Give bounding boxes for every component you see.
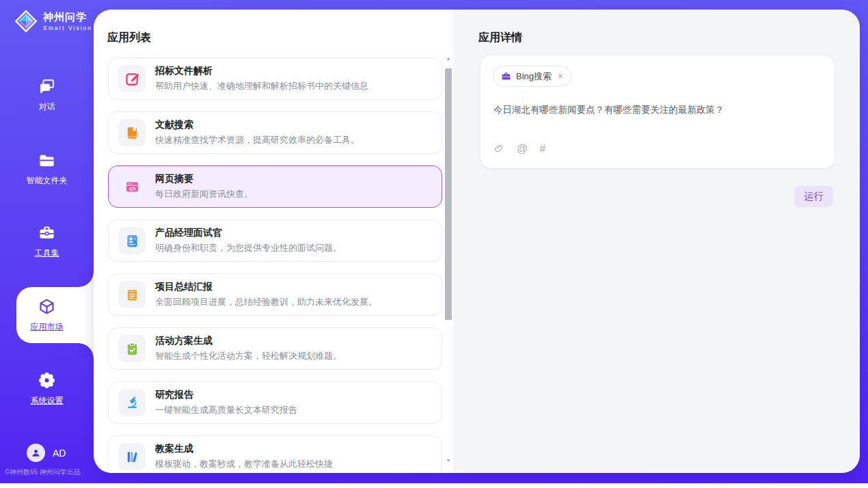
app-card-title: 招标文件解析 xyxy=(155,65,368,77)
books-icon xyxy=(118,443,146,470)
gear-icon xyxy=(38,371,56,390)
pen-square-icon xyxy=(118,65,146,92)
account-name: AD xyxy=(53,448,66,459)
tool-chip-label: Bing搜索 xyxy=(516,70,552,83)
sidebar-item-smart-folder[interactable]: 智能文件夹 xyxy=(0,151,94,187)
gem-logo-icon xyxy=(14,9,38,33)
app-card-title: 教案生成 xyxy=(155,443,333,455)
account-row[interactable]: AD xyxy=(27,444,66,462)
clipboard-check-icon xyxy=(118,335,146,362)
app-card-title: 产品经理面试官 xyxy=(155,227,342,239)
list-scrollbar[interactable]: ▲ ▼ xyxy=(444,55,452,465)
app-window: 神州问学 Smart Vision 对话 智能文件夹 xyxy=(0,0,868,483)
report-doc-icon xyxy=(118,281,146,308)
sidebar-item-settings[interactable]: 系统设置 xyxy=(0,371,94,407)
chip-close-icon[interactable]: × xyxy=(558,71,563,81)
app-card-lesson-plan[interactable]: 教案生成 模板驱动，教案秒成，教学准备从此轻松快捷 xyxy=(108,435,442,473)
app-card-description: 快速精准查找学术资源，提高研究效率的必备工具。 xyxy=(155,134,360,146)
brand-subtitle: Smart Vision xyxy=(43,25,92,31)
app-card-description: 一键智能生成高质量长文本研究报告 xyxy=(155,404,297,416)
tool-chip-bing-search[interactable]: Bing搜索 × xyxy=(493,66,571,87)
sidebar-item-label: 对话 xyxy=(0,101,94,113)
app-card-literature-search[interactable]: 文献搜索 快速精准查找学术资源，提高研究效率的必备工具。 xyxy=(108,111,442,154)
app-card-title: 项目总结汇报 xyxy=(155,281,377,293)
briefcase-icon xyxy=(501,71,511,81)
interviewer-icon xyxy=(118,227,146,254)
scroll-down-icon[interactable]: ▼ xyxy=(444,457,452,465)
app-card-title: 网页摘要 xyxy=(155,173,253,185)
brand-logo: 神州问学 Smart Vision xyxy=(14,9,92,33)
app-list-panel: 应用列表 招标文件解析 帮助用户快速、准确地理解和解析招标书中的关键信息 xyxy=(94,10,453,473)
composer-toolbar: @ # xyxy=(493,143,545,154)
sidebar-item-app-market[interactable]: 应用市场 xyxy=(0,297,94,333)
microscope-icon xyxy=(118,389,146,416)
brand-name: 神州问学 xyxy=(43,11,92,24)
app-card-list: 招标文件解析 帮助用户快速、准确地理解和解析招标书中的关键信息 文献搜索 xyxy=(108,57,442,473)
app-card-pm-interviewer[interactable]: 产品经理面试官 明确身份和职责，为您提供专业性的面试问题。 xyxy=(108,219,442,262)
query-text[interactable]: 今日湖北有哪些新闻要点？有哪些需要关注的最新政策？ xyxy=(493,103,821,117)
main-content: 应用列表 招标文件解析 帮助用户快速、准确地理解和解析招标书中的关键信息 xyxy=(94,10,860,473)
app-card-project-summary[interactable]: 项目总结汇报 全面回顾项目进展，总结经验教训，助力未来优化发展。 xyxy=(108,273,442,316)
app-card-description: 帮助用户快速、准确地理解和解析招标书中的关键信息 xyxy=(155,80,368,92)
book-icon xyxy=(118,119,146,146)
sidebar-item-chat[interactable]: 对话 xyxy=(0,77,94,113)
cube-icon xyxy=(38,297,56,316)
sidebar-item-toolset[interactable]: 工具集 xyxy=(0,223,94,259)
app-card-web-summary[interactable]: 网页摘要 每日政府新闻资讯快查。 xyxy=(108,165,442,208)
user-avatar-icon xyxy=(27,444,45,462)
app-detail-panel: 应用详情 Bing搜索 × 今日湖北有哪些新闻要点？有哪些需要关注的最新政策？ xyxy=(453,10,860,473)
paperclip-icon[interactable] xyxy=(493,143,505,154)
toolbox-icon xyxy=(38,223,56,242)
sidebar-footer-text: ©神州数码·神州问学出品 xyxy=(5,467,94,477)
chat-icon xyxy=(38,77,56,96)
sidebar-item-label: 应用市场 xyxy=(0,321,94,333)
app-list-title: 应用列表 xyxy=(107,31,151,45)
sidebar-item-label: 系统设置 xyxy=(0,395,94,407)
folder-icon xyxy=(38,151,56,170)
sidebar: 神州问学 Smart Vision 对话 智能文件夹 xyxy=(0,0,94,483)
app-card-research-report[interactable]: 研究报告 一键智能生成高质量长文本研究报告 xyxy=(108,381,442,424)
app-card-title: 研究报告 xyxy=(155,389,297,401)
scrollbar-thumb[interactable] xyxy=(445,68,452,320)
app-card-description: 智能生成个性化活动方案，轻松解决规划难题。 xyxy=(155,350,342,362)
app-detail-title: 应用详情 xyxy=(478,31,522,45)
app-card-tender-analysis[interactable]: 招标文件解析 帮助用户快速、准确地理解和解析招标书中的关键信息 xyxy=(108,57,442,100)
app-card-description: 全面回顾项目进展，总结经验教训，助力未来优化发展。 xyxy=(155,296,377,308)
app-card-description: 模板驱动，教案秒成，教学准备从此轻松快捷 xyxy=(155,458,333,470)
app-card-title: 文献搜索 xyxy=(155,119,360,131)
scroll-up-icon[interactable]: ▲ xyxy=(444,55,452,63)
run-button[interactable]: 运行 xyxy=(794,186,833,207)
hashtag-icon[interactable]: # xyxy=(539,144,545,154)
app-card-description: 每日政府新闻资讯快查。 xyxy=(155,188,253,200)
mention-icon[interactable]: @ xyxy=(517,144,528,154)
app-card-description: 明确身份和职责，为您提供专业性的面试问题。 xyxy=(155,242,342,254)
app-card-event-plan[interactable]: 活动方案生成 智能生成个性化活动方案，轻松解决规划难题。 xyxy=(108,327,442,370)
sidebar-item-label: 工具集 xyxy=(0,247,94,259)
query-input-card[interactable]: Bing搜索 × 今日湖北有哪些新闻要点？有哪些需要关注的最新政策？ @ # xyxy=(480,55,835,169)
app-card-title: 活动方案生成 xyxy=(155,335,342,347)
webpage-code-icon xyxy=(118,173,146,200)
sidebar-item-label: 智能文件夹 xyxy=(0,175,94,187)
